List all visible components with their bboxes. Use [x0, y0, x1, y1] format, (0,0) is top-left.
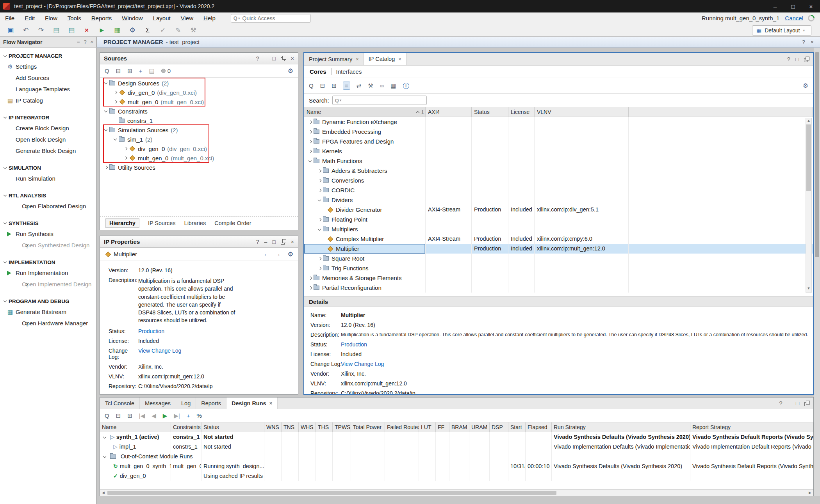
column-header[interactable]: TNS — [282, 422, 299, 432]
nav-header-program-and-debug[interactable]: PROGRAM AND DEBUG — [0, 296, 96, 306]
sidebar-item-open-elaborated-design[interactable]: Open Elaborated Design — [0, 201, 96, 212]
quick-access-input[interactable] — [242, 15, 297, 21]
catalog-row[interactable]: CORDIC — [304, 185, 813, 195]
scroll-up-icon[interactable]: ▲ — [806, 119, 811, 124]
help-icon[interactable]: ? — [256, 239, 259, 245]
chevron-right-icon[interactable] — [23, 242, 29, 248]
column-header[interactable]: URAM — [469, 422, 490, 432]
compare-versions-icon[interactable]: ⇄ — [357, 82, 362, 89]
column-header[interactable]: Report Strategy — [690, 422, 813, 432]
chevron-right-icon[interactable] — [112, 89, 119, 96]
search-icon[interactable]: Q — [105, 67, 109, 74]
tree-row-constrs-1[interactable]: constrs_1 — [100, 116, 298, 125]
status-link[interactable]: Production — [138, 328, 164, 334]
group-by-taxonomy-icon[interactable]: ≡ — [343, 82, 350, 89]
ip-search-input[interactable] — [344, 97, 410, 104]
column-header-axi4[interactable]: AXI4 — [426, 107, 472, 117]
close-button[interactable]: × — [802, 3, 820, 10]
percent-toggle-icon[interactable]: % — [197, 412, 202, 419]
catalog-row[interactable]: FPGA Features and Design — [304, 137, 813, 146]
add-sources-icon[interactable]: + — [139, 67, 143, 74]
chevron-right-icon[interactable] — [123, 146, 129, 152]
sidebar-item-open-implemented-design[interactable]: Open Implemented Design — [0, 279, 96, 290]
menu-icon[interactable]: ≡ — [77, 39, 80, 45]
change-log-link[interactable]: View Change Log — [341, 361, 384, 367]
cancel-link[interactable]: Cancel — [785, 15, 803, 21]
menu-reports[interactable]: Reports — [86, 15, 117, 21]
tab-ip-catalog[interactable]: IP Catalog× — [364, 53, 406, 65]
sidebar-item-run-implementation[interactable]: Run Implementation — [0, 267, 96, 279]
collapse-all-icon[interactable]: ⊟ — [320, 82, 325, 89]
run-row-div-gen[interactable]: ✓div_gen_0Using cached IP results — [100, 471, 813, 481]
maximize-icon[interactable]: □ — [796, 400, 799, 406]
chevron-down-icon[interactable] — [317, 226, 323, 232]
tree-row-utility-sources[interactable]: Utility Sources — [100, 163, 298, 172]
close-icon[interactable]: × — [291, 55, 294, 62]
help-icon[interactable]: ? — [779, 400, 782, 406]
catalog-row[interactable]: Dividers — [304, 195, 813, 205]
catalog-row-multiplier-selected[interactable]: MultiplierProductionIncludedxilinx.com:i… — [304, 244, 813, 254]
sidebar-item-ip-catalog[interactable]: ▤IP Catalog — [0, 95, 96, 106]
scrollbar-thumb[interactable] — [815, 52, 819, 257]
catalog-row[interactable]: Floating Point — [304, 215, 813, 224]
minimize-icon[interactable]: – — [788, 400, 791, 406]
sidebar-item-run-synthesis[interactable]: Run Synthesis — [0, 228, 96, 240]
layout-selector[interactable]: ▦ Default Layout ▾ — [752, 25, 811, 35]
menu-view[interactable]: View — [176, 15, 198, 21]
chevron-right-icon[interactable] — [317, 217, 323, 223]
change-log-link[interactable]: View Change Log — [138, 348, 181, 360]
validate-icon[interactable]: ✓ — [159, 26, 167, 34]
edit-icon[interactable]: ✎ — [174, 26, 182, 34]
tab-design-runs[interactable]: Design Runs× — [226, 398, 278, 409]
search-icon[interactable]: Q — [309, 82, 314, 89]
chevron-right-icon[interactable] — [307, 285, 314, 291]
column-header[interactable]: Status — [201, 422, 264, 432]
tab-tcl-console[interactable]: Tcl Console — [100, 398, 140, 409]
tree-row-constraints[interactable]: Constraints — [100, 106, 298, 116]
scrollbar-thumb[interactable] — [806, 124, 811, 191]
sidebar-item-generate-block-design[interactable]: Generate Block Design — [0, 145, 96, 156]
catalog-row[interactable]: Adders & Subtracters — [304, 166, 813, 176]
scroll-right-icon[interactable]: ▶ — [807, 491, 813, 495]
create-run-icon[interactable]: + — [187, 412, 190, 419]
column-header-license[interactable]: License — [508, 107, 535, 117]
float-icon[interactable] — [281, 239, 286, 244]
layout-grid-icon[interactable]: ▦ — [113, 26, 121, 34]
menu-flow[interactable]: Flow — [40, 15, 62, 21]
catalog-row-complex-multiplier[interactable]: Complex MultiplierAXI4-StreamProductionI… — [304, 234, 813, 244]
catalog-row[interactable]: Conversions — [304, 176, 813, 185]
tree-row-sim-mult-gen[interactable]: mult_gen_0(mult_gen_0.xci) — [100, 153, 298, 163]
nav-header-rtl-analysis[interactable]: RTL ANALYSIS — [0, 190, 96, 201]
maximize-icon[interactable]: □ — [272, 55, 275, 62]
column-header[interactable]: WNS — [264, 422, 282, 432]
link-icon[interactable]: ∞ — [380, 82, 384, 89]
menu-file[interactable]: File — [0, 15, 20, 21]
paste-icon[interactable]: ▤ — [67, 26, 76, 34]
chevron-down-icon[interactable] — [103, 108, 109, 114]
catalog-row[interactable]: Partial Reconfiguration — [304, 283, 813, 293]
column-header[interactable]: Failed Routes — [385, 422, 419, 432]
column-header[interactable]: FF — [436, 422, 449, 432]
collapse-all-icon[interactable]: ⊟ — [116, 67, 121, 75]
minimize-icon[interactable]: – — [264, 239, 267, 245]
expand-all-icon[interactable]: ⊞ — [127, 67, 132, 75]
tree-row-sim-div-gen[interactable]: div_gen_0(div_gen_0.xci) — [100, 144, 298, 153]
column-header-vlnv[interactable]: VLNV — [535, 107, 629, 117]
menu-layout[interactable]: Layout — [148, 15, 176, 21]
catalog-row-divider-generator[interactable]: Divider GeneratorAXI4-StreamProductionIn… — [304, 205, 813, 215]
maximize-button[interactable]: □ — [784, 3, 802, 10]
sidebar-item-create-block-design[interactable]: Create Block Design — [0, 122, 96, 134]
catalog-row[interactable]: Dynamic Function eXchange — [304, 117, 813, 127]
float-icon[interactable] — [281, 56, 286, 61]
sidebar-item-open-hardware-manager[interactable]: Open Hardware Manager — [0, 318, 96, 329]
chevron-right-icon[interactable] — [307, 275, 314, 281]
chevron-right-icon[interactable] — [123, 155, 129, 161]
subtab-interfaces[interactable]: Interfaces — [331, 68, 362, 75]
grid-view-icon[interactable]: ▦ — [390, 82, 396, 89]
close-icon[interactable]: × — [291, 239, 294, 245]
tab-libraries[interactable]: Libraries — [184, 220, 206, 226]
tree-row-div-gen[interactable]: div_gen_0(div_gen_0.xci) — [100, 88, 298, 97]
scrollbar-thumb[interactable] — [107, 491, 556, 495]
redo-icon[interactable]: ↷ — [37, 26, 45, 34]
scroll-left-icon[interactable]: ◀ — [100, 491, 107, 495]
